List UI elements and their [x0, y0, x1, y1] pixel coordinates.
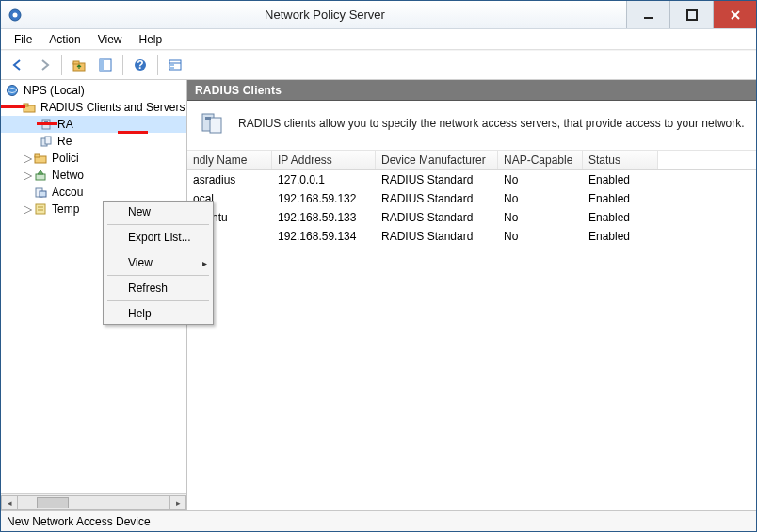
tree-hscrollbar[interactable]: ◂ ▸ — [1, 493, 186, 510]
ctx-refresh[interactable]: Refresh — [104, 278, 213, 298]
cell: Enabled — [583, 227, 658, 246]
tree-label: Re — [57, 135, 72, 148]
cell: Enabled — [583, 170, 658, 189]
scroll-track[interactable] — [18, 495, 169, 510]
cell: 192.168.59.132 — [272, 189, 376, 208]
svg-rect-2 — [644, 17, 653, 19]
grid-header[interactable]: ndly Name IP Address Device Manufacturer… — [187, 151, 756, 170]
details-pane: RADIUS Clients RADIUS clients allow you … — [187, 80, 756, 510]
ctx-view[interactable]: View — [104, 252, 213, 273]
table-row[interactable]: asradius127.0.0.1RADIUS StandardNoEnable… — [187, 170, 756, 189]
tree-accounting[interactable]: ▷ Accou — [1, 184, 186, 201]
toolbar-separator — [157, 55, 158, 75]
close-button[interactable] — [713, 1, 756, 28]
tree-radius-clients[interactable]: RA — [1, 116, 186, 133]
ctx-export-list[interactable]: Export List... — [104, 227, 213, 248]
svg-line-5 — [732, 11, 739, 19]
svg-rect-7 — [73, 61, 79, 64]
svg-rect-33 — [205, 117, 211, 120]
app-icon — [7, 7, 24, 24]
maximize-button[interactable] — [669, 1, 713, 28]
help-button[interactable]: ? — [129, 54, 152, 76]
cell: 192.168.59.134 — [272, 227, 376, 246]
ctx-new[interactable]: New — [104, 202, 213, 222]
body-split: NPS (Local) RADIUS Clients and Servers R… — [1, 80, 756, 510]
cell: Enabled — [583, 189, 658, 208]
tree-label: Accou — [52, 185, 83, 199]
svg-line-4 — [732, 11, 739, 19]
annotation-mark — [118, 131, 148, 134]
nav-back-button[interactable] — [7, 54, 29, 76]
col-ip-address[interactable]: IP Address — [272, 151, 376, 169]
table-row[interactable]: ocal192.168.59.132RADIUS StandardNoEnabl… — [187, 189, 756, 208]
col-status[interactable]: Status — [583, 151, 658, 169]
svg-rect-9 — [100, 59, 104, 71]
expand-icon[interactable]: ▷ — [22, 169, 33, 182]
tree-label: RA — [57, 118, 73, 131]
toolbar-separator — [61, 55, 62, 75]
scroll-right-button[interactable]: ▸ — [169, 495, 186, 510]
app-window: Network Policy Server File Action View H… — [0, 0, 757, 532]
cell: No — [498, 208, 583, 227]
toolbar: ? — [1, 50, 756, 80]
details-description: RADIUS clients allow you to specify the … — [238, 117, 745, 130]
cell: 192.168.59.133 — [272, 208, 376, 227]
table-row[interactable]: 2192.168.59.134RADIUS StandardNoEnabled — [187, 227, 756, 246]
scroll-thumb[interactable] — [37, 497, 69, 508]
cell: RADIUS Standard — [376, 170, 498, 189]
tree-label: NPS (Local) — [24, 84, 85, 97]
tree-label: Polici — [52, 152, 79, 165]
cell: 127.0.0.1 — [272, 170, 376, 189]
tree-label: Temp — [52, 202, 79, 216]
svg-point-1 — [13, 12, 18, 17]
menu-action[interactable]: Action — [41, 31, 88, 48]
tree-policies[interactable]: ▷ Polici — [1, 150, 186, 167]
accounting-icon — [33, 185, 48, 200]
toolbar-separator — [122, 55, 123, 75]
details-header: RADIUS Clients — [187, 80, 756, 101]
tree-label: RADIUS Clients and Servers — [40, 101, 185, 114]
cell: RADIUS Standard — [376, 189, 498, 208]
scroll-left-button[interactable]: ◂ — [1, 495, 18, 510]
ctx-label: New — [128, 205, 151, 218]
col-nap-capable[interactable]: NAP-Capable — [498, 151, 583, 169]
servers-icon — [39, 134, 54, 149]
annotation-mark — [37, 122, 57, 125]
ctx-help[interactable]: Help — [104, 303, 213, 324]
window-buttons — [626, 1, 756, 28]
ctx-label: View — [128, 256, 153, 269]
menu-view[interactable]: View — [90, 31, 130, 48]
svg-point-16 — [8, 86, 18, 96]
cell: No — [498, 170, 583, 189]
clients-grid[interactable]: ndly Name IP Address Device Manufacturer… — [187, 151, 756, 510]
tree-remote-servers[interactable]: Re — [1, 133, 186, 150]
cell: Enabled — [583, 208, 658, 227]
minimize-button[interactable] — [626, 1, 669, 28]
nps-icon — [5, 83, 20, 98]
col-manufacturer[interactable]: Device Manufacturer — [376, 151, 498, 169]
expand-icon[interactable]: ▷ — [22, 202, 33, 216]
menu-help[interactable]: Help — [132, 31, 170, 48]
tree-radius-group[interactable]: RADIUS Clients and Servers — [1, 99, 186, 116]
up-folder-button[interactable] — [68, 54, 90, 76]
expand-icon[interactable]: ▷ — [22, 152, 33, 165]
tree-label: Netwo — [52, 169, 84, 182]
ctx-label: Help — [128, 307, 152, 320]
show-hide-tree-button[interactable] — [94, 54, 117, 76]
nav-forward-button[interactable] — [33, 54, 56, 76]
title-bar: Network Policy Server — [1, 1, 756, 29]
ctx-separator — [107, 300, 209, 301]
menu-file[interactable]: File — [7, 31, 40, 48]
col-friendly-name[interactable]: ndly Name — [187, 151, 272, 169]
svg-rect-25 — [36, 174, 45, 180]
radius-clients-icon — [199, 110, 225, 137]
action-pane-button[interactable] — [164, 54, 186, 76]
cell: asradius — [187, 170, 272, 189]
templates-icon — [33, 202, 48, 217]
menu-bar: File Action View Help — [1, 29, 756, 50]
ctx-separator — [107, 224, 209, 225]
table-row[interactable]: ubuntu192.168.59.133RADIUS StandardNoEna… — [187, 208, 756, 227]
tree-network-access[interactable]: ▷ Netwo — [1, 167, 186, 184]
annotation-mark — [1, 105, 25, 108]
tree-root-nps[interactable]: NPS (Local) — [1, 82, 186, 99]
